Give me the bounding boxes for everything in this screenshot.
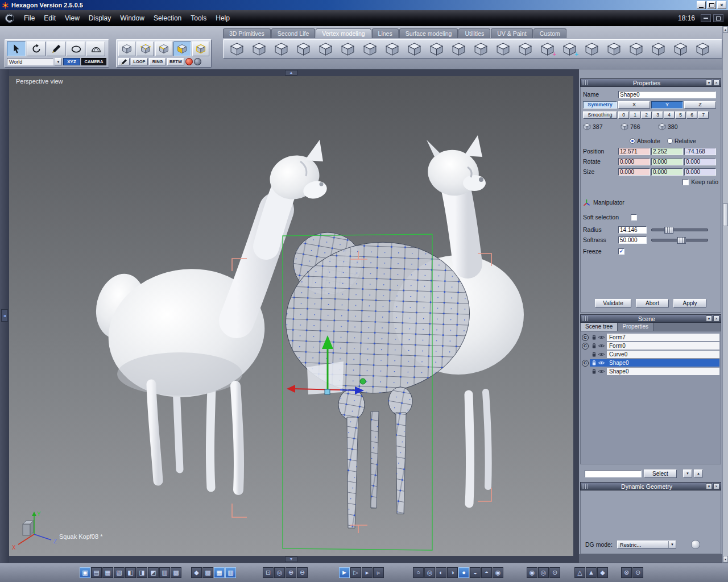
vertex-tool-icon-1[interactable] (226, 41, 247, 57)
expand-bottom-tray-button[interactable]: ▼ (285, 556, 297, 562)
select-filter-icon-1[interactable]: ► (339, 567, 350, 578)
xyz-toggle-button[interactable]: XYZ (63, 58, 80, 65)
vertex-tool-icon-12[interactable] (470, 41, 491, 57)
menu-help[interactable]: Help (211, 13, 234, 23)
layout-icon-5[interactable]: ◧ (125, 567, 136, 578)
panel-close-button[interactable]: × (713, 80, 719, 86)
culling-icon-1[interactable]: △ (574, 567, 585, 578)
scene-tree-row[interactable]: Curve0 (581, 350, 721, 359)
menu-view[interactable]: View (60, 13, 84, 23)
vertex-tool-icon-19[interactable] (626, 41, 646, 57)
smoothing-level-3[interactable]: 3 (652, 111, 663, 119)
position-x-field[interactable] (618, 148, 650, 155)
expand-top-tray-button[interactable]: ▲ (285, 70, 297, 76)
frame-all-icon[interactable]: ⊡ (263, 567, 274, 578)
scene-tree-row[interactable]: C Form0 (581, 342, 721, 350)
tab-3d-primitives[interactable]: 3D Primitives (223, 28, 271, 38)
dg-panel-header[interactable]: Dynamic Geometry ▾ × (580, 482, 721, 490)
left-tray-expand-handle[interactable]: ◄ (1, 309, 8, 322)
display-option-icon-1[interactable]: ◉ (527, 567, 537, 578)
scene-tree-row-selected[interactable]: C Shape0 (581, 359, 721, 367)
relative-radio[interactable] (667, 138, 673, 144)
scene-item-label[interactable]: Shape0 (607, 368, 719, 375)
scroll-down-button[interactable]: ▼ (723, 556, 728, 563)
smoothing-level-0[interactable]: 0 (618, 111, 629, 119)
minimize-button[interactable] (697, 1, 706, 9)
vertex-tool-icon-2[interactable] (249, 41, 269, 57)
between-select-button[interactable]: BETW (167, 58, 184, 65)
scroll-up-button[interactable]: ▲ (723, 26, 728, 33)
vertex-tool-icon-3[interactable] (271, 41, 291, 57)
vertex-tool-icon-10[interactable] (426, 41, 446, 57)
vertex-tool-icon-21[interactable] (670, 41, 690, 57)
shading-icon-3[interactable]: ◐ (436, 567, 446, 578)
restore-toolbars-button[interactable] (713, 14, 723, 22)
working-space-dropdown-button[interactable]: ▼ (55, 58, 62, 65)
keep-ratio-checkbox[interactable] (682, 179, 689, 185)
smoothing-level-1[interactable]: 1 (630, 111, 640, 119)
smoothing-level-7[interactable]: 7 (698, 111, 709, 119)
lock-icon[interactable] (592, 334, 597, 340)
scene-filter-input[interactable] (585, 470, 642, 477)
drag-grip-icon[interactable] (582, 316, 588, 321)
rotate-y-field[interactable] (651, 158, 683, 165)
vertex-tool-icon-20[interactable] (648, 41, 668, 57)
manipulator-pivot-dot[interactable] (360, 379, 366, 384)
vertex-tool-icon-9[interactable] (404, 41, 424, 57)
panel-close-button[interactable]: × (713, 315, 719, 322)
layout-icon-2[interactable]: ▤ (91, 567, 102, 578)
paint-select-tool[interactable] (118, 58, 130, 65)
tab-second-life[interactable]: Second Life (271, 28, 315, 38)
culling-icon-2[interactable]: ▲ (586, 567, 597, 578)
drag-grip-icon[interactable] (582, 484, 588, 489)
smoothing-level-6[interactable]: 6 (686, 111, 697, 119)
selection-mode-object[interactable] (192, 41, 209, 56)
shading-icon-4[interactable]: ◑ (447, 567, 458, 578)
radius-slider-thumb[interactable] (664, 227, 673, 234)
menu-selection[interactable]: Selection (149, 13, 186, 23)
tab-surface-modeling[interactable]: Surface modeling (399, 28, 458, 38)
titlebar[interactable]: Hexagon Version 2.5.0.5 × (0, 0, 728, 10)
working-space-selector[interactable]: World (7, 58, 53, 65)
freeze-checkbox[interactable]: ✓ (618, 248, 624, 255)
lock-icon[interactable] (592, 360, 597, 366)
menu-edit[interactable]: Edit (39, 13, 60, 23)
symmetry-y-button[interactable]: Y (651, 101, 683, 109)
vertex-tool-icon-17[interactable] (581, 41, 602, 57)
menu-tools[interactable]: Tools (186, 13, 211, 23)
radius-slider[interactable] (651, 228, 708, 231)
smoothing-button[interactable]: Smoothing (583, 111, 617, 119)
scene-item-label[interactable]: Curve0 (607, 351, 719, 358)
vertex-tool-icon-6[interactable] (337, 41, 358, 57)
radius-field[interactable] (618, 226, 647, 234)
vertex-tool-icon-4[interactable] (293, 41, 313, 57)
vertex-tool-icon-8[interactable] (382, 41, 402, 57)
select-filter-icon-4[interactable]: ▹ (373, 567, 384, 578)
shrink-selection-icon[interactable] (194, 58, 201, 65)
shading-icon-2[interactable]: ◎ (424, 567, 435, 578)
rotate-x-field[interactable] (618, 158, 650, 165)
select-arrow-tool[interactable] (7, 41, 26, 56)
pen-select-tool[interactable] (47, 41, 65, 56)
drag-grip-icon[interactable] (582, 80, 588, 85)
scene-item-label[interactable]: Form7 (607, 334, 719, 341)
panel-shade-button[interactable]: ▾ (706, 80, 712, 86)
vertex-tool-icon-16[interactable] (559, 41, 580, 57)
camera-toggle-button[interactable]: CAMERA (81, 58, 106, 65)
collapse-toolbars-button[interactable] (701, 14, 711, 22)
eye-icon[interactable] (598, 343, 605, 348)
size-z-field[interactable] (684, 168, 716, 176)
tab-uv-paint[interactable]: UV & Paint (491, 28, 532, 38)
layout-icon-4[interactable]: ▧ (114, 567, 125, 578)
lock-icon[interactable] (592, 343, 597, 349)
vertex-tool-icon-14[interactable] (515, 41, 535, 57)
rotate-z-field[interactable] (684, 158, 716, 165)
smoothing-level-5[interactable]: 5 (675, 111, 686, 119)
properties-panel-header[interactable]: Properties ▾ × (580, 78, 721, 87)
eye-icon[interactable] (598, 335, 605, 340)
smoothing-level-4[interactable]: 4 (664, 111, 675, 119)
absolute-radio[interactable] (630, 138, 635, 144)
vertex-tool-icon-13[interactable] (493, 41, 513, 57)
vertex-tool-icon-22[interactable] (692, 41, 713, 57)
apply-button[interactable]: Apply (673, 299, 706, 307)
